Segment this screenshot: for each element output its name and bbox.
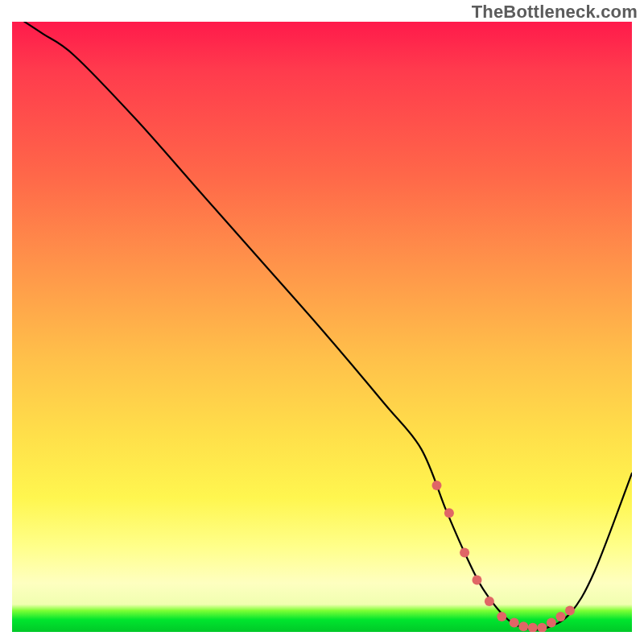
optimal-marker bbox=[518, 621, 528, 631]
optimal-marker bbox=[432, 481, 442, 490]
chart-overlay-svg bbox=[12, 22, 632, 632]
optimal-marker bbox=[528, 623, 538, 632]
optimal-marker bbox=[565, 606, 575, 616]
optimal-marker bbox=[537, 623, 547, 632]
plot-area bbox=[12, 22, 632, 632]
optimal-marker bbox=[497, 612, 506, 621]
optimal-marker bbox=[547, 618, 556, 628]
optimal-marker bbox=[473, 576, 482, 585]
optimal-marker bbox=[510, 618, 519, 628]
bottleneck-curve bbox=[24, 22, 632, 630]
optimal-marker bbox=[485, 597, 494, 606]
chart-container: TheBottleneck.com bbox=[0, 0, 644, 644]
optimal-marker bbox=[556, 612, 566, 621]
optimal-range-markers bbox=[432, 481, 576, 632]
optimal-marker bbox=[460, 548, 469, 558]
optimal-marker bbox=[444, 508, 454, 518]
watermark-text: TheBottleneck.com bbox=[472, 2, 638, 23]
